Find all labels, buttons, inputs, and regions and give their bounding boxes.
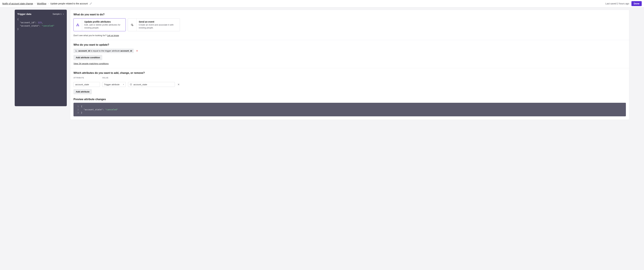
- cursor-click-icon: [130, 23, 134, 27]
- help-line: Don't see what you're looking for? Let u…: [74, 34, 626, 37]
- chevron-right-icon: ›: [48, 3, 49, 5]
- svg-point-1: [76, 25, 77, 25]
- topbar-right: Last saved 2 hours ago Done: [605, 1, 642, 6]
- action-card-update-attributes[interactable]: Update profile attributes Edit, add or d…: [74, 18, 126, 31]
- topbar: Notify of account state change › Workflo…: [0, 0, 644, 7]
- preview-heading: Preview attribute changes: [74, 98, 626, 101]
- sample-selector[interactable]: Sample 1: [52, 13, 64, 15]
- cube-icon: [130, 83, 132, 86]
- pencil-icon[interactable]: [90, 3, 92, 5]
- svg-point-5: [76, 50, 76, 51]
- section-heading: Who do you want to update?: [74, 43, 626, 46]
- breadcrumb: Notify of account state change › Workflo…: [2, 2, 92, 5]
- svg-point-0: [78, 24, 78, 25]
- svg-rect-6: [76, 51, 77, 52]
- breadcrumb-root[interactable]: Notify of account state change: [2, 2, 33, 5]
- attribute-row: account_state Trigger attribute ▾ accoun…: [74, 82, 626, 87]
- remove-condition-icon[interactable]: ✕: [135, 49, 139, 53]
- card-desc: Edit, add or delete profile attributes f…: [84, 23, 123, 29]
- condition-chip[interactable]: account_id is equal to the trigger attri…: [74, 49, 134, 53]
- card-desc: Create an event and associate it with ex…: [139, 23, 178, 29]
- trigger-data-title: Trigger data: [17, 13, 31, 15]
- caret-down-icon: ▾: [123, 84, 124, 85]
- main-panel: What do you want to do? Update profile a…: [70, 10, 629, 120]
- section-heading: What do you want to do?: [74, 13, 626, 16]
- people-icon: [76, 23, 80, 27]
- svg-point-2: [78, 25, 79, 25]
- let-us-know-link[interactable]: Let us know: [107, 34, 119, 37]
- breadcrumb-workflow[interactable]: Workflow: [37, 2, 46, 5]
- column-header-attribute: ATTRIBUTE: [74, 77, 100, 79]
- section-what-to-do: What do you want to do? Update profile a…: [70, 10, 629, 40]
- action-card-send-event[interactable]: Send an event Create an event and associ…: [128, 18, 180, 31]
- value-input[interactable]: account_state: [128, 82, 175, 87]
- preview-code-block: 1{ 2 "account_state": "canceled" 3}: [74, 103, 626, 116]
- value-type-select[interactable]: Trigger attribute ▾: [102, 82, 126, 87]
- card-title: Send an event: [139, 21, 178, 23]
- card-title: Update profile attributes: [84, 21, 123, 23]
- workspace: Trigger data Sample 1 { "account_id": 12…: [0, 7, 644, 270]
- column-header-value: VALUE: [102, 77, 108, 79]
- trigger-data-panel: Trigger data Sample 1 { "account_id": 12…: [15, 10, 67, 106]
- sample-selector-label: Sample 1: [52, 13, 62, 15]
- section-attributes: Which attributes do you want to add, cha…: [70, 68, 629, 120]
- chevron-down-icon: [62, 13, 64, 15]
- attribute-name-input[interactable]: account_state: [74, 82, 100, 87]
- done-button[interactable]: Done: [632, 1, 642, 6]
- remove-attribute-icon[interactable]: ✕: [177, 83, 180, 86]
- last-saved-text: Last saved 2 hours ago: [605, 2, 629, 5]
- add-attribute-button[interactable]: Add attribute: [74, 89, 92, 94]
- chevron-right-icon: ›: [34, 3, 35, 5]
- section-heading: Which attributes do you want to add, cha…: [74, 72, 626, 74]
- trigger-json: { "account_id": 123, "account_state": "c…: [17, 18, 64, 31]
- view-matching-people-link[interactable]: View 34 people matching conditions: [74, 62, 108, 65]
- add-attribute-condition-button[interactable]: Add attribute condition: [74, 55, 102, 60]
- section-who-to-update: Who do you want to update? account_id is…: [70, 40, 629, 68]
- breadcrumb-current: Update people related to the account: [50, 2, 88, 5]
- person-attribute-icon: [75, 50, 78, 52]
